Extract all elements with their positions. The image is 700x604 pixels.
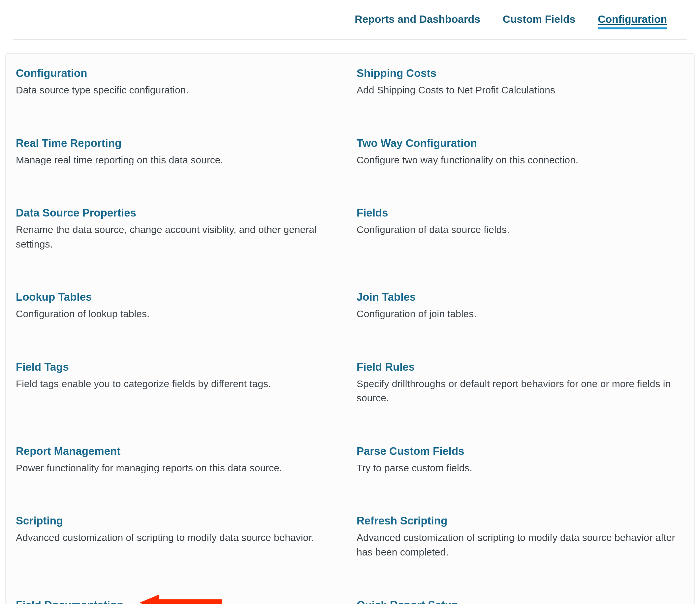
- desc-field-rules: Specify drillthroughs or default report …: [357, 377, 684, 405]
- item-scripting: Scripting Advanced customization of scri…: [16, 514, 343, 559]
- item-report-management: Report Management Power functionality fo…: [16, 445, 343, 475]
- link-lookup-tables[interactable]: Lookup Tables: [16, 291, 343, 303]
- desc-fields: Configuration of data source fields.: [357, 222, 684, 237]
- link-report-management[interactable]: Report Management: [16, 445, 343, 457]
- desc-two-way-configuration: Configure two way functionality on this …: [357, 153, 684, 167]
- link-quick-report-setup[interactable]: Quick Report Setup: [357, 599, 684, 604]
- link-data-source-properties[interactable]: Data Source Properties: [16, 207, 343, 219]
- item-field-documentation: Field Documentation Define field documen…: [16, 599, 343, 604]
- desc-report-management: Power functionality for managing reports…: [16, 461, 343, 475]
- item-data-source-properties: Data Source Properties Rename the data s…: [16, 207, 343, 251]
- tabs-row: Reports and Dashboards Custom Fields Con…: [13, 0, 687, 40]
- item-parse-custom-fields: Parse Custom Fields Try to parse custom …: [357, 445, 684, 475]
- desc-data-source-properties: Rename the data source, change account v…: [16, 222, 343, 251]
- desc-shipping-costs: Add Shipping Costs to Net Profit Calcula…: [357, 83, 684, 97]
- tab-configuration[interactable]: Configuration: [598, 13, 667, 29]
- link-fields[interactable]: Fields: [357, 207, 684, 219]
- desc-real-time-reporting: Manage real time reporting on this data …: [16, 153, 343, 167]
- desc-field-tags: Field tags enable you to categorize fiel…: [16, 377, 343, 391]
- link-scripting[interactable]: Scripting: [16, 514, 343, 527]
- item-configuration: Configuration Data source type specific …: [16, 67, 343, 97]
- link-join-tables[interactable]: Join Tables: [357, 291, 684, 303]
- link-field-documentation[interactable]: Field Documentation: [16, 599, 343, 604]
- item-quick-report-setup: Quick Report Setup Quick Report Setup: [357, 599, 684, 604]
- item-field-tags: Field Tags Field tags enable you to cate…: [16, 361, 343, 405]
- desc-lookup-tables: Configuration of lookup tables.: [16, 307, 343, 321]
- item-two-way-configuration: Two Way Configuration Configure two way …: [357, 137, 684, 167]
- link-two-way-configuration[interactable]: Two Way Configuration: [357, 137, 684, 149]
- link-parse-custom-fields[interactable]: Parse Custom Fields: [357, 445, 684, 457]
- item-refresh-scripting: Refresh Scripting Advanced customization…: [357, 514, 684, 559]
- tab-reports-and-dashboards[interactable]: Reports and Dashboards: [355, 13, 480, 29]
- configuration-panel: Configuration Data source type specific …: [5, 53, 695, 604]
- desc-join-tables: Configuration of join tables.: [357, 307, 684, 321]
- link-shipping-costs[interactable]: Shipping Costs: [357, 67, 684, 79]
- desc-refresh-scripting: Advanced customization of scripting to m…: [357, 530, 684, 559]
- link-real-time-reporting[interactable]: Real Time Reporting: [16, 137, 343, 149]
- item-real-time-reporting: Real Time Reporting Manage real time rep…: [16, 137, 343, 167]
- item-field-rules: Field Rules Specify drillthroughs or def…: [357, 361, 684, 405]
- desc-configuration: Data source type specific configuration.: [16, 83, 343, 97]
- item-lookup-tables: Lookup Tables Configuration of lookup ta…: [16, 291, 343, 321]
- link-field-tags[interactable]: Field Tags: [16, 361, 343, 373]
- desc-scripting: Advanced customization of scripting to m…: [16, 530, 343, 545]
- desc-parse-custom-fields: Try to parse custom fields.: [357, 461, 684, 475]
- link-configuration[interactable]: Configuration: [16, 67, 343, 79]
- link-field-rules[interactable]: Field Rules: [357, 361, 684, 373]
- item-fields: Fields Configuration of data source fiel…: [357, 207, 684, 251]
- tab-custom-fields[interactable]: Custom Fields: [503, 13, 575, 29]
- link-refresh-scripting[interactable]: Refresh Scripting: [357, 514, 684, 527]
- item-join-tables: Join Tables Configuration of join tables…: [357, 291, 684, 321]
- item-shipping-costs: Shipping Costs Add Shipping Costs to Net…: [357, 67, 684, 97]
